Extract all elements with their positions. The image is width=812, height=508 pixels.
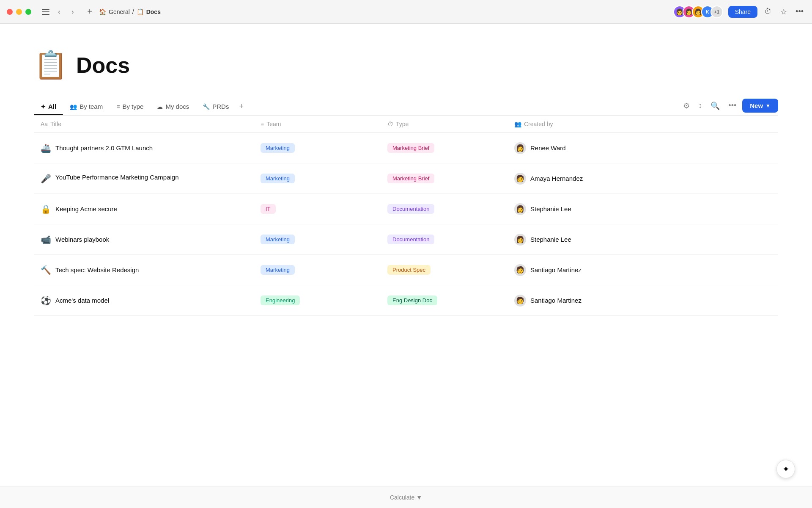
cell-team-6: Engineering (254, 289, 381, 312)
cell-type-2: Marketing Brief (381, 167, 508, 190)
row-title-6[interactable]: Acme's data model (55, 297, 109, 304)
cell-type-1: Marketing Brief (381, 136, 508, 160)
minimize-button[interactable] (16, 9, 22, 15)
header-team: ≡ Team (254, 121, 381, 127)
type-tag-1: Marketing Brief (387, 143, 434, 153)
bottom-bar: Calculate ▼ (0, 486, 812, 508)
table-row: 🎤 YouTube Performance Marketing Campaign… (34, 163, 778, 194)
row-title-4[interactable]: Webinars playbook (55, 236, 109, 243)
cell-type-4: Documentation (381, 228, 508, 251)
more-options-icon[interactable]: ••• (794, 6, 805, 18)
doc-title-5[interactable]: 🔨 Tech spec: Website Redesign (41, 265, 139, 275)
created-by-3: 👩 Stephanie Lee (514, 203, 571, 215)
tab-all-label: All (48, 103, 56, 110)
tab-by-type-label: By type (122, 103, 143, 110)
team-tag-4: Marketing (261, 235, 295, 244)
user-avatar-6: 🧑 (514, 295, 526, 306)
add-button[interactable]: + (84, 6, 96, 18)
prds-icon: 🔧 (203, 103, 210, 110)
type-tag-4: Documentation (387, 235, 434, 244)
search-icon[interactable]: 🔍 (708, 99, 722, 112)
team-col-label: Team (266, 121, 281, 127)
breadcrumb-page[interactable]: Docs (146, 8, 161, 15)
breadcrumb-home[interactable]: General (109, 8, 130, 15)
titlebar: ‹ › + 🏠 General / 📋 Docs 👩 👩 👩 K +1 Shar… (0, 0, 812, 24)
traffic-lights (7, 9, 31, 15)
title-col-icon: Aa (41, 121, 48, 127)
maximize-button[interactable] (25, 9, 31, 15)
new-chevron-icon: ▼ (765, 103, 771, 109)
doc-title-6[interactable]: ⚽ Acme's data model (41, 295, 109, 306)
docs-icon: 📋 (137, 8, 144, 15)
page-icon: 📋 (34, 49, 68, 81)
team-tag-3: IT (261, 204, 276, 214)
row-icon-3: 🔒 (41, 204, 51, 214)
created-by-2: 🧑 Amaya Hernandez (514, 173, 583, 185)
nav-buttons: ‹ › (53, 6, 79, 18)
sort-icon[interactable]: ↕ (696, 99, 705, 112)
tab-all[interactable]: ✦ All (34, 99, 63, 114)
breadcrumb: 🏠 General / 📋 Docs (99, 8, 673, 15)
table-row: 🚢 Thought partners 2.0 GTM Launch Market… (34, 133, 778, 163)
tab-by-type[interactable]: ≡ By type (110, 99, 150, 114)
user-avatar-2: 🧑 (514, 173, 526, 185)
new-label: New (750, 102, 763, 109)
calculate-label: Calculate (390, 494, 414, 501)
row-title-1[interactable]: Thought partners 2.0 GTM Launch (55, 144, 153, 152)
share-button[interactable]: Share (728, 6, 757, 18)
type-tag-2: Marketing Brief (387, 174, 434, 183)
cell-created-by-4: 👩 Stephanie Lee (508, 227, 778, 252)
user-name-4: Stephanie Lee (530, 236, 571, 243)
menu-button[interactable] (40, 6, 52, 18)
filter-icon[interactable]: ⚙ (680, 99, 692, 112)
new-button[interactable]: New ▼ (742, 99, 778, 113)
tab-prds[interactable]: 🔧 PRDs (196, 99, 236, 114)
row-title-3[interactable]: Keeping Acme secure (55, 205, 117, 213)
table-row: 🔒 Keeping Acme secure IT Documentation 👩… (34, 194, 778, 224)
table-row: 📹 Webinars playbook Marketing Documentat… (34, 224, 778, 255)
close-button[interactable] (7, 9, 13, 15)
tab-bar: ✦ All 👥 By team ≡ By type ☁ My docs 🔧 PR… (34, 98, 778, 116)
cell-title-5: 🔨 Tech spec: Website Redesign (34, 258, 254, 282)
type-col-label: Type (396, 121, 409, 127)
cell-type-5: Product Spec (381, 258, 508, 282)
bookmark-icon[interactable]: ☆ (779, 6, 789, 18)
user-avatar-3: 👩 (514, 203, 526, 215)
magic-button[interactable]: ✦ (776, 460, 795, 478)
cell-created-by-2: 🧑 Amaya Hernandez (508, 166, 778, 191)
doc-title-2[interactable]: 🎤 YouTube Performance Marketing Campaign (41, 174, 179, 184)
page-title: Docs (76, 52, 130, 78)
history-icon[interactable]: ⏱ (763, 6, 774, 18)
row-icon-6: ⚽ (41, 295, 51, 306)
more-icon[interactable]: ••• (726, 99, 739, 112)
created-by-5: 🧑 Santiago Martinez (514, 264, 582, 276)
page-header: 📋 Docs (34, 49, 778, 81)
calculate-button[interactable]: Calculate ▼ (390, 494, 422, 501)
forward-button[interactable]: › (67, 6, 79, 18)
doc-title-4[interactable]: 📹 Webinars playbook (41, 235, 109, 245)
created-by-4: 👩 Stephanie Lee (514, 234, 571, 246)
doc-title-3[interactable]: 🔒 Keeping Acme secure (41, 204, 117, 214)
doc-title-1[interactable]: 🚢 Thought partners 2.0 GTM Launch (41, 143, 153, 153)
user-avatar-4: 👩 (514, 234, 526, 246)
tab-prds-label: PRDs (212, 103, 229, 110)
type-tag-5: Product Spec (387, 265, 431, 275)
cell-team-1: Marketing (254, 136, 381, 160)
tabs-right-actions: ⚙ ↕ 🔍 ••• New ▼ (680, 99, 778, 114)
tab-by-team[interactable]: 👥 By team (63, 99, 110, 114)
type-col-icon: ⏱ (387, 121, 393, 127)
cell-team-4: Marketing (254, 228, 381, 251)
cell-team-3: IT (254, 197, 381, 221)
add-tab-button[interactable]: + (236, 98, 247, 115)
row-title-2[interactable]: YouTube Performance Marketing Campaign (55, 174, 179, 181)
collaborator-avatars: 👩 👩 👩 K +1 (673, 6, 723, 18)
title-col-label: Title (50, 121, 61, 127)
row-icon-4: 📹 (41, 235, 51, 245)
team-tag-2: Marketing (261, 174, 295, 183)
row-title-5[interactable]: Tech spec: Website Redesign (55, 266, 139, 273)
back-button[interactable]: ‹ (53, 6, 65, 18)
row-icon-1: 🚢 (41, 143, 51, 153)
tab-my-docs[interactable]: ☁ My docs (150, 99, 196, 114)
user-name-2: Amaya Hernandez (530, 175, 583, 182)
header-type: ⏱ Type (381, 121, 508, 127)
